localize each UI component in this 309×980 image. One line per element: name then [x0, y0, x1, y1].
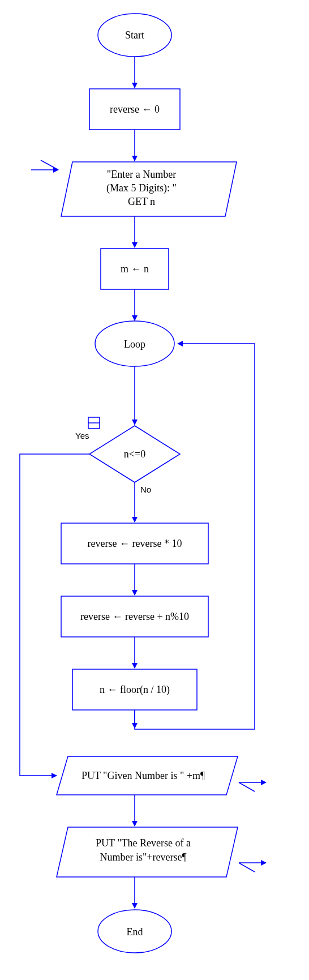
step1-label: reverse ← reverse * 10	[88, 538, 182, 549]
copy-node: m ← n	[101, 249, 169, 289]
input-line1: "Enter a Number	[107, 169, 176, 180]
step3-label: n ← floor(n / 10)	[100, 684, 170, 696]
decision-label: n<=0	[124, 448, 145, 460]
flowchart-canvas: Start reverse ← 0 "Enter a Number (Max 5…	[0, 0, 309, 980]
init-reverse-node: reverse ← 0	[89, 89, 180, 130]
init-reverse-label: reverse ← 0	[110, 104, 160, 115]
start-label: Start	[125, 29, 144, 41]
output2-indicator-tail	[239, 863, 255, 872]
step3-node: n ← floor(n / 10)	[72, 669, 197, 710]
step1-node: reverse ← reverse * 10	[61, 523, 208, 564]
output1-indicator-tail	[239, 782, 255, 791]
loop-back-arrow	[135, 344, 255, 729]
step2-node: reverse ← reverse + n%10	[61, 596, 208, 637]
annotation-icon	[88, 417, 100, 429]
step2-label: reverse ← reverse + n%10	[80, 611, 189, 622]
input-node: "Enter a Number (Max 5 Digits): " GET n	[61, 162, 237, 216]
decision-node: n<=0	[89, 426, 180, 482]
loop-node: Loop	[95, 321, 174, 366]
input-line3: GET n	[128, 196, 155, 207]
no-label: No	[140, 485, 151, 494]
output2-node: PUT "The Reverse of a Number is"+reverse…	[57, 827, 238, 877]
end-node: End	[98, 910, 171, 953]
end-label: End	[127, 926, 143, 938]
output2-line1: PUT "The Reverse of a	[96, 837, 191, 849]
input-line2: (Max 5 Digits): "	[106, 182, 177, 194]
copy-label: m ← n	[121, 263, 149, 275]
output1-label: PUT "Given Number is " +m¶	[81, 770, 205, 781]
loop-label: Loop	[124, 339, 145, 350]
output1-node: PUT "Given Number is " +m¶	[57, 756, 238, 795]
yes-branch-arrow	[20, 454, 89, 776]
output2-line2: Number is"+reverse¶	[100, 851, 186, 863]
yes-label: Yes	[75, 431, 89, 440]
start-node: Start	[98, 14, 171, 57]
input-indicator-tail	[41, 160, 58, 170]
